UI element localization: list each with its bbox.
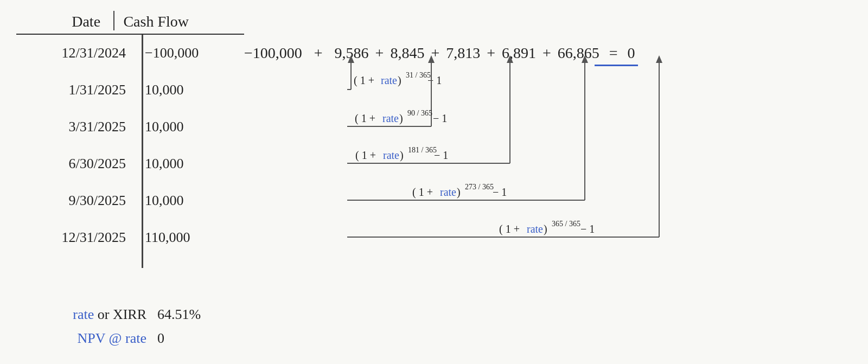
svg-text:( 1 +: ( 1 + [499, 223, 520, 235]
svg-text:): ) [398, 74, 401, 87]
svg-text:− 1: − 1 [580, 223, 595, 235]
main-container: Date Cash Flow 12/31/2024 −100,000 1/31/… [16, 11, 852, 256]
svg-marker-10 [428, 55, 435, 63]
svg-text:( 1 +: ( 1 + [412, 186, 433, 199]
npv-value: 0 [157, 330, 164, 347]
rate-label: rate [73, 306, 94, 322]
svg-text:): ) [399, 112, 403, 125]
svg-marker-26 [582, 55, 588, 63]
svg-text:( 1 +: ( 1 + [355, 149, 376, 162]
svg-text:− 1: − 1 [427, 74, 442, 86]
svg-text:181 / 365: 181 / 365 [408, 146, 437, 154]
svg-text:31 / 365: 31 / 365 [406, 71, 431, 79]
svg-text:): ) [457, 186, 461, 199]
npv-row: NPV @ rate 0 [16, 330, 201, 347]
diagram-area: −100,000 + 9,586 + 8,845 + 7,813 + 6,891… [16, 11, 863, 298]
svg-marker-34 [656, 55, 662, 63]
svg-marker-18 [507, 55, 513, 63]
svg-text:− 1: − 1 [434, 149, 448, 161]
svg-text:): ) [400, 149, 404, 162]
svg-text:rate: rate [440, 186, 456, 198]
svg-text:90 / 365: 90 / 365 [407, 109, 432, 117]
svg-text:rate: rate [383, 149, 399, 161]
svg-text:( 1 +: ( 1 + [354, 74, 374, 87]
svg-marker-2 [348, 55, 354, 63]
diagram-svg: ( 1 + rate ) 31 / 365 − 1 ( 1 + rate ) 9… [16, 11, 863, 298]
rate-xirr-label: rate or XIRR [16, 306, 157, 323]
svg-text:( 1 +: ( 1 + [355, 112, 375, 125]
svg-text:365 / 365: 365 / 365 [552, 220, 580, 228]
rate-value: 64.51% [157, 306, 201, 323]
svg-text:rate: rate [527, 223, 543, 235]
npv-label: NPV @ rate [16, 330, 157, 347]
or-xirr-label: or XIRR [98, 306, 146, 322]
rate-xirr-row: rate or XIRR 64.51% [16, 306, 201, 323]
svg-text:rate: rate [381, 74, 397, 86]
svg-text:− 1: − 1 [493, 186, 507, 198]
svg-text:): ) [544, 223, 547, 235]
svg-text:rate: rate [382, 112, 399, 124]
svg-text:− 1: − 1 [433, 112, 447, 124]
bottom-section: rate or XIRR 64.51% NPV @ rate 0 [16, 306, 201, 347]
svg-text:273 / 365: 273 / 365 [465, 183, 494, 191]
